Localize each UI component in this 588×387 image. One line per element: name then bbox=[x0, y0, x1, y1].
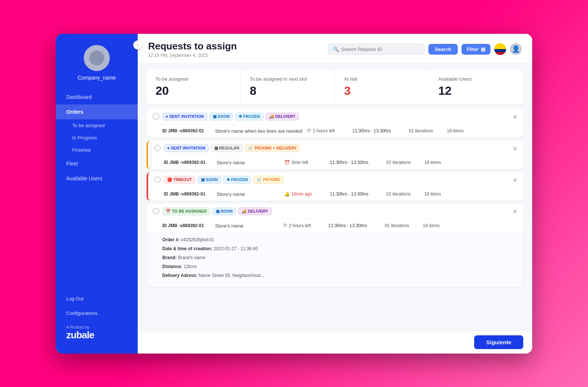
page-title: Requests to assign bbox=[148, 41, 237, 52]
sidebar: ‹ Company_name Dashboard Orders To be as… bbox=[56, 34, 138, 354]
sidebar-item-available-users[interactable]: Available Users bbox=[56, 171, 138, 186]
zubale-brand: A Product by zubale bbox=[56, 320, 138, 342]
store-name-1: Store's name when two lines are needed bbox=[215, 128, 302, 134]
stat-value-2: 3 bbox=[344, 84, 420, 98]
items-count-3: 18 items bbox=[424, 191, 441, 197]
stats-row: To be assigned 20 To be assigned in next… bbox=[147, 70, 523, 104]
sidebar-item-fleet[interactable]: Fleet bbox=[56, 156, 138, 171]
order-2-badges: ● SENT INVITATION ▦ REGULAR 🛒 PICKING + … bbox=[164, 144, 510, 152]
iterations-1: 01 iterations bbox=[409, 128, 442, 133]
stat-to-be-assigned: To be assigned 20 bbox=[147, 70, 241, 104]
order-card-4: 📅 TO BE ASSIGNED ▣ SOON 🚚 DELIVERY ∧ ID … bbox=[147, 204, 523, 287]
badge-delivery-1: 🚚 DELIVERY bbox=[266, 113, 299, 120]
order-expand-button-4[interactable]: ∧ bbox=[513, 208, 517, 215]
brand-prefix: A Product by bbox=[66, 325, 127, 329]
company-name-label: Company_name bbox=[78, 75, 116, 81]
order-expand-button-2[interactable]: ∨ bbox=[513, 145, 517, 152]
sidebar-item-to-be-assigned[interactable]: To be assigned bbox=[56, 119, 138, 132]
time-info-1: ⏱2 hours left bbox=[307, 128, 348, 133]
detail-order-number: Order #: v4332826jfod-01 bbox=[162, 236, 517, 244]
bottom-bar: Siguiente bbox=[138, 330, 532, 354]
filter-button[interactable]: Filter ▤ bbox=[461, 44, 490, 55]
badge-picking-3: 🛒 PICKING bbox=[253, 176, 284, 184]
avatar-section: Company_name bbox=[56, 41, 138, 90]
order-4-badges: 📅 TO BE ASSIGNED ▣ SOON 🚚 DELIVERY bbox=[162, 207, 510, 215]
sidebar-toggle-button[interactable]: ‹ bbox=[133, 41, 142, 49]
stat-label-1: To be assigned in next slot bbox=[250, 76, 326, 82]
flag-colombia-icon[interactable] bbox=[494, 43, 506, 55]
stat-value-3: 12 bbox=[438, 84, 514, 98]
detail-distance: Distance: 12kms bbox=[162, 263, 517, 270]
main-content: Requests to assign 12:15 PM, September 4… bbox=[138, 34, 532, 354]
items-count-1: 18 items bbox=[447, 128, 463, 133]
sidebar-item-in-progress[interactable]: In Progress bbox=[56, 132, 138, 144]
order-1-badges: ● SENT INVITATION ▣ SOON ❄ FROZEN 🚚 DELI… bbox=[162, 113, 510, 120]
top-bar-right: 🔍 Search Filter ▤ 👤 bbox=[328, 43, 522, 55]
brand-logo: zubale bbox=[66, 329, 127, 341]
order-header-4: 📅 TO BE ASSIGNED ▣ SOON 🚚 DELIVERY ∧ bbox=[147, 204, 523, 219]
order-checkbox-4[interactable] bbox=[153, 208, 159, 215]
slot-time-1: 11:30hrs - 13:30hrs bbox=[352, 128, 404, 133]
sidebar-item-configurations[interactable]: Configurations bbox=[56, 306, 138, 320]
search-bar: 🔍 bbox=[328, 43, 425, 55]
sidebar-item-logout[interactable]: Log Out bbox=[56, 291, 138, 306]
stat-value-1: 8 bbox=[250, 84, 326, 98]
filter-icon: ▤ bbox=[481, 46, 485, 52]
order-card-1: ● SENT INVITATION ▣ SOON ❄ FROZEN 🚚 DELI… bbox=[147, 109, 523, 138]
order-card-3: 🔴 TIMEOUT ▣ SOON ❄ FROZEN 🛒 PICKING ∨ ID… bbox=[147, 172, 523, 201]
order-header-3: 🔴 TIMEOUT ▣ SOON ❄ FROZEN 🛒 PICKING ∨ bbox=[148, 172, 523, 188]
sidebar-item-dashboard[interactable]: Dashboard bbox=[56, 90, 138, 104]
badge-soon-3: ▣ SOON bbox=[198, 176, 221, 184]
sidebar-nav: Dashboard Orders To be assigned In Progr… bbox=[56, 90, 138, 291]
user-avatar-icon[interactable]: 👤 bbox=[510, 43, 522, 55]
slot-time-3: 11:30hrs - 13:30hrs bbox=[330, 191, 382, 197]
siguiente-button[interactable]: Siguiente bbox=[474, 335, 523, 349]
search-icon: 🔍 bbox=[333, 46, 339, 52]
order-checkbox-1[interactable] bbox=[153, 113, 159, 120]
stat-label-3: Available Users bbox=[438, 76, 514, 82]
order-details-row-3: ID JMB -v869392-01 Store's name 🔔16min a… bbox=[148, 188, 523, 201]
expanded-details-4: Order #: v4332826jfod-01 Date & time of … bbox=[147, 232, 523, 287]
sidebar-item-orders[interactable]: Orders bbox=[56, 104, 138, 119]
stat-value-0: 20 bbox=[156, 84, 231, 98]
badge-picking-delivery-2: 🛒 PICKING + DELIVERY bbox=[245, 144, 300, 152]
stat-available-users: Available Users 12 bbox=[429, 70, 523, 104]
badge-soon-4: ▣ SOON bbox=[212, 207, 236, 215]
detail-date: Date & time of creation: 2022-01-27 - 11… bbox=[162, 245, 517, 252]
time-info-3: 🔔16min ago bbox=[284, 191, 325, 197]
iterations-4: 01 iterations bbox=[385, 223, 418, 228]
store-name-3: Store's name bbox=[217, 191, 280, 197]
clock-icon-4: ⏱ bbox=[283, 223, 287, 228]
order-details-row-1: ID JMB -v869392-01 Store's name when two… bbox=[147, 125, 523, 138]
slot-time-4: 11:30hrs - 13:30hrs bbox=[328, 223, 380, 228]
detail-address: Delivery Adress: Name Street 55, Neighbo… bbox=[162, 272, 517, 279]
badge-frozen-1: ❄ FROZEN bbox=[235, 113, 263, 120]
search-button[interactable]: Search bbox=[428, 44, 458, 55]
badge-regular-2: ▦ REGULAR bbox=[211, 144, 243, 152]
order-details-row-2: ID JMB -v869392-01 Store's name ⏰3min le… bbox=[148, 156, 523, 169]
search-input[interactable] bbox=[341, 46, 420, 52]
badge-sent-invitation-2: ● SENT INVITATION bbox=[164, 144, 209, 152]
order-header-2: ● SENT INVITATION ▦ REGULAR 🛒 PICKING + … bbox=[148, 141, 523, 156]
orders-list: ● SENT INVITATION ▣ SOON ❄ FROZEN 🚚 DELI… bbox=[138, 109, 532, 330]
iterations-2: 02 iterations bbox=[386, 160, 420, 165]
order-card-2: ● SENT INVITATION ▦ REGULAR 🛒 PICKING + … bbox=[147, 141, 523, 169]
order-checkbox-3[interactable] bbox=[154, 176, 161, 183]
stat-label-0: To be assigned bbox=[156, 76, 231, 82]
time-info-4: ⏱2 hours left bbox=[283, 223, 324, 228]
items-count-4: 18 items bbox=[423, 223, 440, 228]
order-details-row-4: ID JMB -v869392-01 Store's name ⏱2 hours… bbox=[147, 219, 523, 232]
avatar bbox=[84, 45, 110, 71]
order-id-1: ID JMB -v869392-01 bbox=[162, 128, 211, 133]
page-title-section: Requests to assign 12:15 PM, September 4… bbox=[148, 41, 237, 58]
sidebar-bottom: Log Out Configurations A Product by zuba… bbox=[56, 291, 138, 346]
order-id-3: ID JMB -v869392-01 bbox=[164, 191, 212, 197]
sidebar-item-finished[interactable]: Finished bbox=[56, 144, 138, 156]
order-header-1: ● SENT INVITATION ▣ SOON ❄ FROZEN 🚚 DELI… bbox=[147, 109, 523, 125]
clock-icon-1: ⏱ bbox=[307, 128, 311, 133]
slot-time-2: 11:30hrs - 13:30hrs bbox=[330, 160, 382, 165]
order-expand-button-3[interactable]: ∨ bbox=[513, 176, 517, 183]
order-expand-button-1[interactable]: ∨ bbox=[513, 113, 517, 120]
order-checkbox-2[interactable] bbox=[154, 145, 161, 151]
stat-to-be-assigned-next-slot: To be assigned in next slot 8 bbox=[241, 70, 335, 104]
